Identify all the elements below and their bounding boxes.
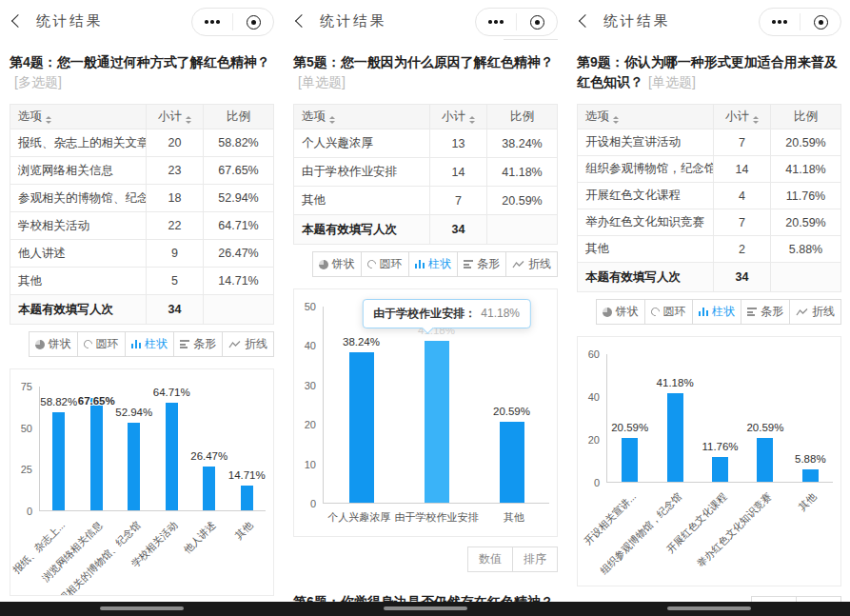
bar-chart: 0102030405038.24%41.18%20.59%由于学校作业安排：41… bbox=[293, 288, 558, 537]
y-axis: 0255075 bbox=[12, 387, 39, 511]
bar[interactable] bbox=[667, 393, 683, 482]
value-button[interactable]: 数值 bbox=[467, 546, 513, 572]
bar[interactable] bbox=[622, 438, 638, 482]
chart-tab-line[interactable]: 折线 bbox=[789, 299, 841, 325]
bar[interactable] bbox=[500, 422, 524, 503]
x-axis-labels: 报纸、杂志上...浏览网络相关信息参观相关的博物馆、纪念馆学校相关活动他人讲述其… bbox=[40, 511, 266, 589]
x-axis-slot: 他人讲述 bbox=[190, 511, 228, 589]
table-total-row: 本题有效填写人次34 bbox=[10, 295, 274, 325]
exit-icon[interactable] bbox=[801, 15, 840, 30]
total-label-cell: 本题有效填写人次 bbox=[294, 215, 430, 245]
table-header-option[interactable]: 选项 bbox=[10, 105, 147, 129]
y-axis: 0204060 bbox=[580, 354, 606, 483]
x-axis-slot: 其他 bbox=[479, 504, 550, 530]
subtotal-cell: 22 bbox=[147, 212, 204, 240]
option-cell: 个人兴趣浓厚 bbox=[294, 129, 430, 158]
wechat-capsule bbox=[191, 8, 274, 36]
x-axis-slot: 个人兴趣浓厚 bbox=[324, 504, 395, 530]
table-row: 开设相关宣讲活动720.59% bbox=[578, 129, 841, 156]
chart-tab-column[interactable]: 柱状 bbox=[408, 251, 459, 277]
table-row: 开展红色文化课程411.76% bbox=[578, 183, 841, 209]
chart-tab-label: 圆环 bbox=[380, 256, 403, 272]
bar-value-label: 41.18% bbox=[657, 377, 694, 388]
more-icon[interactable] bbox=[192, 20, 232, 24]
chart-tab-column[interactable]: 柱状 bbox=[125, 331, 175, 357]
bar[interactable] bbox=[52, 412, 65, 510]
bar[interactable] bbox=[128, 423, 140, 511]
chart-tab-column[interactable]: 柱状 bbox=[692, 299, 742, 325]
bar[interactable] bbox=[712, 457, 728, 483]
sort-icon bbox=[613, 116, 619, 124]
table-row: 报纸、杂志上的相关文章2058.82% bbox=[10, 129, 274, 157]
table-header-subtotal[interactable]: 小计 bbox=[430, 105, 487, 129]
x-axis-slot: 举办红色文化知识竞赛 bbox=[742, 483, 787, 580]
bar[interactable] bbox=[757, 438, 773, 482]
bar[interactable] bbox=[241, 486, 253, 510]
back-icon[interactable] bbox=[295, 14, 308, 28]
table-header-ratio: 比例 bbox=[204, 105, 274, 129]
chart-tab-pie[interactable]: 饼状 bbox=[29, 331, 78, 357]
ratio-cell: 14.71% bbox=[204, 268, 274, 295]
bar[interactable] bbox=[802, 469, 819, 482]
more-icon[interactable] bbox=[476, 20, 516, 24]
bar-slot: 64.71% bbox=[153, 387, 191, 510]
bar-value-label: 20.59% bbox=[493, 406, 530, 417]
chart-tab-hbar[interactable]: 条形 bbox=[741, 299, 790, 325]
question-title: 第9题：你认为哪一种形式更加适合用来普及红色知识？[单选题] bbox=[577, 52, 841, 92]
more-icon[interactable] bbox=[760, 20, 800, 24]
table-header-subtotal[interactable]: 小计 bbox=[147, 105, 204, 129]
table-header-ratio: 比例 bbox=[771, 105, 841, 129]
ring-icon bbox=[649, 306, 662, 318]
stats-table: 选项小计比例开设相关宣讲活动720.59%组织参观博物馆，纪念馆1441.18%… bbox=[577, 104, 841, 292]
question-type-tag: [单选题] bbox=[648, 74, 696, 89]
chart-tab-line[interactable]: 折线 bbox=[222, 331, 274, 357]
subtotal-cell: 7 bbox=[714, 129, 771, 156]
chart-tab-hbar[interactable]: 条形 bbox=[457, 251, 506, 277]
chart-tab-ring[interactable]: 圆环 bbox=[77, 331, 126, 357]
table-row: 他人讲述926.47% bbox=[10, 240, 274, 268]
ring-icon bbox=[366, 258, 378, 270]
bar-slot: 58.82% bbox=[40, 387, 78, 510]
bar[interactable] bbox=[90, 398, 103, 510]
table-header-option[interactable]: 选项 bbox=[294, 105, 430, 129]
sort-button[interactable]: 排序 bbox=[512, 546, 558, 572]
chart-tab-label: 饼状 bbox=[49, 336, 71, 352]
table-header-subtotal[interactable]: 小计 bbox=[714, 105, 771, 129]
bar[interactable] bbox=[425, 341, 449, 504]
total-ratio-cell bbox=[204, 295, 274, 325]
bar[interactable] bbox=[166, 403, 178, 510]
x-axis: 报纸、杂志上...浏览网络相关信息参观相关的博物馆、纪念馆学校相关活动他人讲述其… bbox=[12, 511, 266, 589]
subtotal-cell: 18 bbox=[147, 185, 204, 212]
chart-tab-ring[interactable]: 圆环 bbox=[361, 251, 409, 277]
pie-icon bbox=[603, 308, 612, 317]
exit-icon[interactable] bbox=[233, 15, 273, 30]
subtotal-cell: 4 bbox=[714, 183, 771, 209]
x-axis-labels: 个人兴趣浓厚由于学校作业安排其他 bbox=[324, 504, 549, 530]
bar[interactable] bbox=[203, 467, 215, 510]
chart-tab-pie[interactable]: 饼状 bbox=[596, 299, 645, 325]
nav-bar: 统计结果 bbox=[567, 0, 850, 44]
chart-tab-ring[interactable]: 圆环 bbox=[644, 299, 693, 325]
bar-value-label: 67.65% bbox=[78, 395, 115, 407]
bar-value-label: 11.76% bbox=[702, 441, 738, 452]
back-icon[interactable] bbox=[11, 14, 25, 28]
table-row: 学校相关活动2264.71% bbox=[10, 212, 274, 240]
y-axis-tick: 40 bbox=[588, 391, 600, 403]
exit-icon[interactable] bbox=[517, 15, 557, 30]
stats-table: 选项小计比例个人兴趣浓厚1338.24%由于学校作业安排1441.18%其他72… bbox=[293, 104, 558, 245]
option-cell: 组织参观博物馆，纪念馆 bbox=[578, 156, 714, 183]
table-header-option[interactable]: 选项 bbox=[578, 105, 714, 129]
home-indicator bbox=[384, 606, 467, 610]
bar[interactable] bbox=[349, 352, 374, 503]
chart-tab-line[interactable]: 折线 bbox=[505, 251, 558, 277]
chart-tab-hbar[interactable]: 条形 bbox=[173, 331, 223, 357]
bar-chart: 020406020.59%41.18%11.76%20.59%5.88%开设相关… bbox=[577, 336, 841, 586]
x-axis-label: 其他 bbox=[796, 490, 820, 514]
plot-area: 38.24%41.18%20.59%由于学校作业安排：41.18% bbox=[323, 307, 549, 504]
back-icon[interactable] bbox=[579, 14, 592, 28]
wechat-capsule bbox=[759, 8, 841, 36]
chart-tab-pie[interactable]: 饼状 bbox=[312, 251, 362, 277]
question-title: 第5题：您一般因为什么原因了解红色精神？[单选题] bbox=[293, 52, 558, 92]
chart-tooltip: 由于学校作业安排：41.18% bbox=[362, 299, 531, 328]
x-axis: 个人兴趣浓厚由于学校作业安排其他 bbox=[296, 504, 549, 530]
